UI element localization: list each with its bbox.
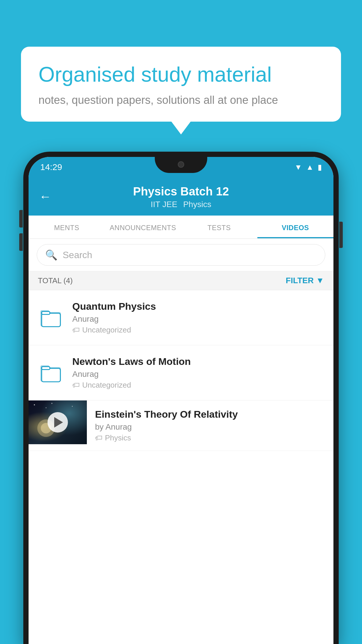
phone-power-button[interactable]: [339, 222, 343, 248]
speech-bubble-title: Organised study material: [38, 62, 324, 87]
search-input[interactable]: Search: [63, 250, 92, 260]
search-container: 🔍 Search: [29, 239, 333, 271]
tabs-bar: MENTS ANNOUNCEMENTS TESTS VIDEOS: [29, 216, 333, 239]
item-title-2: Newton's Laws of Motion: [72, 356, 324, 367]
tab-ments[interactable]: MENTS: [29, 216, 105, 238]
page-title: Physics Batch 12: [133, 185, 229, 198]
item-author-2: Anurag: [72, 370, 324, 379]
wifi-icon: ▼: [295, 163, 302, 172]
svg-point-11: [72, 406, 73, 407]
svg-point-10: [51, 403, 52, 404]
speech-bubble-container: Organised study material notes, question…: [21, 47, 341, 122]
tag-icon-3: 🏷: [95, 433, 103, 442]
video-title: Einstein's Theory Of Relativity: [95, 409, 325, 420]
phone-screen: 14:29 ▼ ▲ ▮ ← Physics Batch 12 IIT JEE P…: [29, 157, 333, 644]
svg-rect-6: [42, 368, 60, 382]
signal-icon: ▲: [306, 163, 314, 172]
app-header: ← Physics Batch 12 IIT JEE Physics: [29, 177, 333, 216]
tab-announcements[interactable]: ANNOUNCEMENTS: [105, 216, 181, 238]
total-count-label: TOTAL (4): [38, 276, 73, 285]
status-time: 14:29: [40, 162, 62, 172]
phone-volume-up-button[interactable]: [19, 210, 23, 228]
back-button[interactable]: ←: [39, 190, 51, 204]
filter-bar: TOTAL (4) FILTER ▼: [29, 271, 333, 290]
item-author: Anurag: [72, 314, 324, 324]
svg-rect-7: [42, 367, 50, 370]
speech-bubble-subtitle: notes, question papers, solutions all at…: [38, 94, 324, 106]
phone-shell: 14:29 ▼ ▲ ▮ ← Physics Batch 12 IIT JEE P…: [23, 152, 339, 644]
phone-notch: [155, 157, 207, 173]
svg-rect-2: [42, 313, 60, 327]
filter-icon: ▼: [316, 276, 324, 285]
camera-icon: [178, 161, 184, 168]
play-triangle-icon: [54, 417, 63, 428]
video-list: Quantum Physics Anurag 🏷 Uncategorized: [29, 290, 333, 451]
folder-icon-wrap-2: [38, 360, 64, 386]
folder-icon-2: [40, 363, 62, 383]
list-item[interactable]: Quantum Physics Anurag 🏷 Uncategorized: [29, 290, 333, 345]
battery-icon: ▮: [318, 163, 322, 172]
item-tag-2: 🏷 Uncategorized: [72, 381, 324, 390]
item-info: Quantum Physics Anurag 🏷 Uncategorized: [72, 301, 324, 335]
svg-rect-3: [42, 312, 50, 314]
filter-button[interactable]: FILTER ▼: [286, 276, 324, 285]
search-box[interactable]: 🔍 Search: [37, 244, 325, 266]
video-thumbnail: [29, 400, 87, 444]
tag-icon-2: 🏷: [72, 381, 80, 390]
item-title: Quantum Physics: [72, 301, 324, 312]
svg-point-9: [46, 407, 47, 408]
status-icons: ▼ ▲ ▮: [295, 163, 322, 172]
tab-tests[interactable]: TESTS: [181, 216, 257, 238]
subtitle-iitjee: IIT JEE: [151, 200, 177, 209]
list-item[interactable]: Newton's Laws of Motion Anurag 🏷 Uncateg…: [29, 345, 333, 400]
video-author: by Anurag: [95, 422, 325, 432]
svg-point-8: [34, 404, 35, 405]
folder-icon-wrap: [38, 304, 64, 331]
search-icon: 🔍: [45, 249, 57, 261]
tab-videos[interactable]: VIDEOS: [257, 216, 334, 238]
item-tag: 🏷 Uncategorized: [72, 326, 324, 335]
phone-volume-down-button[interactable]: [19, 233, 23, 251]
tag-icon: 🏷: [72, 326, 80, 335]
speech-bubble: Organised study material notes, question…: [21, 47, 341, 122]
video-tag: 🏷 Physics: [95, 433, 325, 442]
folder-icon: [40, 307, 62, 328]
item-info-2: Newton's Laws of Motion Anurag 🏷 Uncateg…: [72, 356, 324, 390]
subtitle-physics: Physics: [183, 200, 211, 209]
video-info: Einstein's Theory Of Relativity by Anura…: [87, 400, 333, 451]
header-subtitle: IIT JEE Physics: [151, 200, 211, 209]
play-button[interactable]: [48, 412, 68, 433]
list-item-video[interactable]: Einstein's Theory Of Relativity by Anura…: [29, 400, 333, 451]
